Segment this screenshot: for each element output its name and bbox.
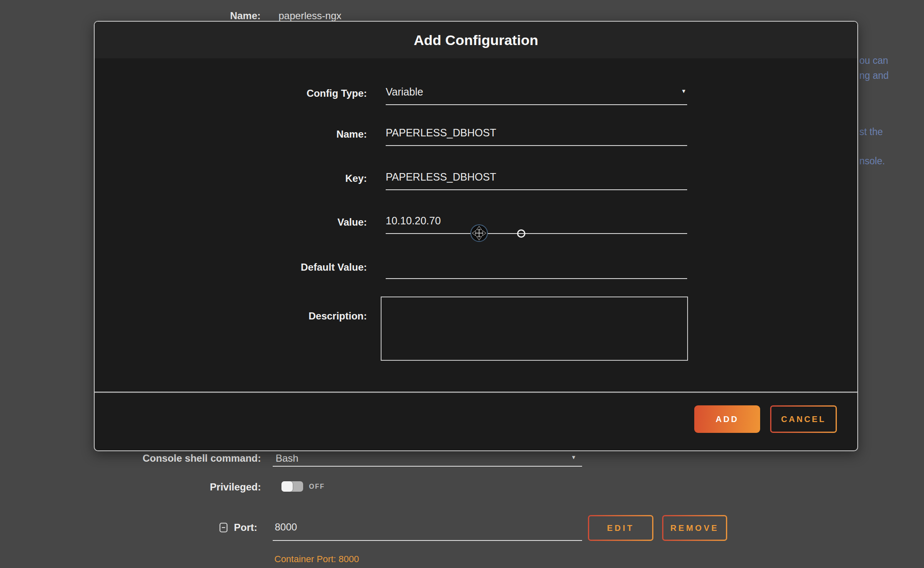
cancel-button[interactable]: CANCEL xyxy=(770,405,837,433)
name-label: Name: xyxy=(95,128,367,140)
edit-button[interactable]: EDIT xyxy=(588,515,653,541)
description-label: Description: xyxy=(95,310,367,322)
config-type-select[interactable]: Variable ▼ xyxy=(386,86,687,105)
footer-divider xyxy=(95,392,857,393)
help-text-fragment: ou can xyxy=(859,55,888,66)
help-text-fragment: nsole. xyxy=(859,156,885,167)
key-input[interactable] xyxy=(386,171,687,183)
container-port-note: Container Port: 8000 xyxy=(274,554,359,565)
privileged-label: Privileged: xyxy=(94,481,261,493)
privileged-state: OFF xyxy=(309,483,325,490)
default-value-input[interactable] xyxy=(386,260,687,272)
console-shell-select[interactable]: Bash ▼ xyxy=(273,452,582,467)
drag-ring-icon xyxy=(517,229,525,238)
default-value-field-wrap xyxy=(386,260,687,279)
console-shell-label: Console shell command: xyxy=(94,452,261,464)
toggle-knob xyxy=(281,481,293,492)
value-input[interactable] xyxy=(386,215,687,227)
add-configuration-modal: Add Configuration Config Type: Variable … xyxy=(94,21,858,451)
port-input[interactable] xyxy=(275,521,575,533)
chevron-down-icon: ▼ xyxy=(681,88,686,94)
remove-button[interactable]: REMOVE xyxy=(662,515,727,541)
config-type-label: Config Type: xyxy=(95,88,367,99)
default-value-label: Default Value: xyxy=(95,261,367,273)
config-type-value: Variable xyxy=(386,86,423,98)
value-field-wrap xyxy=(386,215,687,234)
help-text-fragment: st the xyxy=(859,126,883,138)
help-text-fragment: ng and xyxy=(859,70,889,81)
name-input[interactable] xyxy=(386,127,687,139)
modal-title: Add Configuration xyxy=(414,32,538,48)
move-cursor-icon xyxy=(470,224,489,244)
description-textarea[interactable] xyxy=(381,297,688,361)
container-name-label: Name: xyxy=(94,10,261,22)
key-field-wrap xyxy=(386,171,687,190)
console-shell-value: Bash xyxy=(276,452,299,464)
port-field-wrap xyxy=(273,521,582,541)
add-button[interactable]: ADD xyxy=(694,405,760,433)
value-label: Value: xyxy=(95,216,367,228)
privileged-toggle[interactable] xyxy=(281,481,303,492)
port-label: Port: xyxy=(90,522,257,533)
key-label: Key: xyxy=(95,173,367,184)
chevron-down-icon: ▼ xyxy=(571,455,576,460)
name-field-wrap xyxy=(386,127,687,146)
modal-header: Add Configuration xyxy=(95,22,857,58)
container-name-value: paperless-ngx xyxy=(279,10,341,22)
